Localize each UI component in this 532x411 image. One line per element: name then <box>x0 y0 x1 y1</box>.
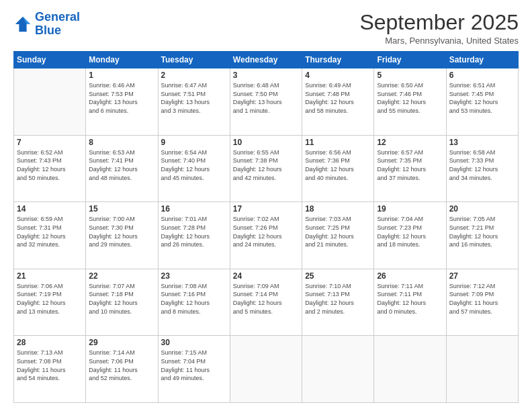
weekday-header: Friday <box>374 52 446 68</box>
day-info: Sunrise: 6:48 AMSunset: 7:50 PMDaylight:… <box>233 81 299 115</box>
calendar-cell: 15Sunrise: 7:00 AMSunset: 7:30 PMDayligh… <box>86 202 158 269</box>
calendar-cell: 27Sunrise: 7:12 AMSunset: 7:09 PMDayligh… <box>446 269 518 336</box>
calendar-cell: 13Sunrise: 6:58 AMSunset: 7:33 PMDayligh… <box>446 135 518 202</box>
calendar-cell: 2Sunrise: 6:47 AMSunset: 7:51 PMDaylight… <box>158 68 230 136</box>
weekday-header: Sunday <box>14 52 86 68</box>
calendar-cell: 1Sunrise: 6:46 AMSunset: 7:53 PMDaylight… <box>86 68 158 136</box>
day-number: 8 <box>89 138 154 147</box>
calendar-cell: 29Sunrise: 7:14 AMSunset: 7:06 PMDayligh… <box>86 336 158 403</box>
calendar-cell: 11Sunrise: 6:56 AMSunset: 7:36 PMDayligh… <box>302 135 374 202</box>
day-number: 5 <box>377 71 443 80</box>
calendar-cell: 30Sunrise: 7:15 AMSunset: 7:04 PMDayligh… <box>158 336 230 403</box>
month-title: September 2025 <box>359 11 519 34</box>
day-number: 3 <box>233 71 299 80</box>
day-info: Sunrise: 7:15 AMSunset: 7:04 PMDaylight:… <box>161 349 227 382</box>
calendar-cell: 19Sunrise: 7:04 AMSunset: 7:23 PMDayligh… <box>374 202 446 269</box>
calendar-cell: 5Sunrise: 6:50 AMSunset: 7:46 PMDaylight… <box>374 68 446 136</box>
day-info: Sunrise: 6:59 AMSunset: 7:31 PMDaylight:… <box>17 215 83 248</box>
calendar-cell: 14Sunrise: 6:59 AMSunset: 7:31 PMDayligh… <box>14 202 86 269</box>
day-info: Sunrise: 6:50 AMSunset: 7:46 PMDaylight:… <box>377 81 443 115</box>
calendar-cell: 12Sunrise: 6:57 AMSunset: 7:35 PMDayligh… <box>374 135 446 202</box>
day-number: 29 <box>89 338 154 347</box>
day-number: 10 <box>233 138 299 147</box>
logo-text: General Blue <box>35 11 80 38</box>
day-info: Sunrise: 6:46 AMSunset: 7:53 PMDaylight:… <box>89 81 154 115</box>
weekday-header-row: SundayMondayTuesdayWednesdayThursdayFrid… <box>14 52 519 68</box>
calendar-cell: 10Sunrise: 6:55 AMSunset: 7:38 PMDayligh… <box>230 135 302 202</box>
day-number: 12 <box>377 138 443 147</box>
calendar-cell: 24Sunrise: 7:09 AMSunset: 7:14 PMDayligh… <box>230 269 302 336</box>
day-info: Sunrise: 6:51 AMSunset: 7:45 PMDaylight:… <box>449 81 515 115</box>
calendar-cell: 9Sunrise: 6:54 AMSunset: 7:40 PMDaylight… <box>158 135 230 202</box>
day-info: Sunrise: 6:54 AMSunset: 7:40 PMDaylight:… <box>161 148 227 182</box>
day-info: Sunrise: 7:08 AMSunset: 7:16 PMDaylight:… <box>161 282 227 316</box>
day-number: 27 <box>449 271 515 281</box>
calendar-cell <box>230 336 302 403</box>
day-info: Sunrise: 7:03 AMSunset: 7:25 PMDaylight:… <box>305 215 371 248</box>
weekday-header: Monday <box>86 52 158 68</box>
day-number: 30 <box>161 338 227 347</box>
day-info: Sunrise: 7:10 AMSunset: 7:13 PMDaylight:… <box>305 282 371 316</box>
calendar-cell: 18Sunrise: 7:03 AMSunset: 7:25 PMDayligh… <box>302 202 374 269</box>
day-number: 1 <box>89 71 154 80</box>
weekday-header: Thursday <box>302 52 374 68</box>
day-number: 23 <box>161 271 227 281</box>
calendar-cell <box>302 336 374 403</box>
day-info: Sunrise: 6:47 AMSunset: 7:51 PMDaylight:… <box>161 81 227 115</box>
day-number: 21 <box>17 271 83 281</box>
day-number: 11 <box>305 138 371 147</box>
calendar-cell: 23Sunrise: 7:08 AMSunset: 7:16 PMDayligh… <box>158 269 230 336</box>
calendar-cell: 22Sunrise: 7:07 AMSunset: 7:18 PMDayligh… <box>86 269 158 336</box>
day-number: 13 <box>449 138 515 147</box>
day-info: Sunrise: 6:55 AMSunset: 7:38 PMDaylight:… <box>233 148 299 182</box>
calendar-cell: 8Sunrise: 6:53 AMSunset: 7:41 PMDaylight… <box>86 135 158 202</box>
logo-line1: General <box>35 10 80 24</box>
logo-line2: Blue <box>35 24 61 37</box>
day-info: Sunrise: 7:05 AMSunset: 7:21 PMDaylight:… <box>449 215 515 248</box>
calendar-table: SundayMondayTuesdayWednesdayThursdayFrid… <box>13 51 519 403</box>
day-info: Sunrise: 7:13 AMSunset: 7:08 PMDaylight:… <box>17 349 83 382</box>
day-number: 7 <box>17 138 83 147</box>
calendar-cell: 7Sunrise: 6:52 AMSunset: 7:43 PMDaylight… <box>14 135 86 202</box>
weekday-header: Saturday <box>446 52 518 68</box>
calendar-week-row: 28Sunrise: 7:13 AMSunset: 7:08 PMDayligh… <box>14 336 519 403</box>
calendar-week-row: 7Sunrise: 6:52 AMSunset: 7:43 PMDaylight… <box>14 135 519 202</box>
day-number: 26 <box>377 271 443 281</box>
day-number: 16 <box>161 204 227 214</box>
calendar-cell: 17Sunrise: 7:02 AMSunset: 7:26 PMDayligh… <box>230 202 302 269</box>
calendar-cell: 6Sunrise: 6:51 AMSunset: 7:45 PMDaylight… <box>446 68 518 136</box>
calendar-cell: 25Sunrise: 7:10 AMSunset: 7:13 PMDayligh… <box>302 269 374 336</box>
calendar-week-row: 21Sunrise: 7:06 AMSunset: 7:19 PMDayligh… <box>14 269 519 336</box>
day-number: 18 <box>305 204 371 214</box>
calendar-week-row: 14Sunrise: 6:59 AMSunset: 7:31 PMDayligh… <box>14 202 519 269</box>
day-number: 9 <box>161 138 227 147</box>
day-number: 14 <box>17 204 83 214</box>
weekday-header: Wednesday <box>230 52 302 68</box>
calendar-cell <box>14 68 86 136</box>
day-number: 15 <box>89 204 154 214</box>
calendar-cell: 28Sunrise: 7:13 AMSunset: 7:08 PMDayligh… <box>14 336 86 403</box>
day-number: 2 <box>161 71 227 80</box>
day-number: 20 <box>449 204 515 214</box>
day-info: Sunrise: 7:14 AMSunset: 7:06 PMDaylight:… <box>89 349 154 382</box>
title-block: September 2025 Mars, Pennsylvania, Unite… <box>359 11 519 46</box>
header: General Blue September 2025 Mars, Pennsy… <box>13 11 519 46</box>
day-info: Sunrise: 7:00 AMSunset: 7:30 PMDaylight:… <box>89 215 154 248</box>
day-info: Sunrise: 7:12 AMSunset: 7:09 PMDaylight:… <box>449 282 515 316</box>
day-number: 28 <box>17 338 83 347</box>
calendar-cell <box>374 336 446 403</box>
calendar-cell: 3Sunrise: 6:48 AMSunset: 7:50 PMDaylight… <box>230 68 302 136</box>
day-info: Sunrise: 7:09 AMSunset: 7:14 PMDaylight:… <box>233 282 299 316</box>
logo: General Blue <box>13 11 80 38</box>
day-info: Sunrise: 6:53 AMSunset: 7:41 PMDaylight:… <box>89 148 154 182</box>
calendar-week-row: 1Sunrise: 6:46 AMSunset: 7:53 PMDaylight… <box>14 68 519 136</box>
day-info: Sunrise: 7:04 AMSunset: 7:23 PMDaylight:… <box>377 215 443 248</box>
day-info: Sunrise: 6:52 AMSunset: 7:43 PMDaylight:… <box>17 148 83 182</box>
day-number: 19 <box>377 204 443 214</box>
calendar-cell: 16Sunrise: 7:01 AMSunset: 7:28 PMDayligh… <box>158 202 230 269</box>
day-info: Sunrise: 6:56 AMSunset: 7:36 PMDaylight:… <box>305 148 371 182</box>
day-number: 4 <box>305 71 371 80</box>
calendar-cell <box>446 336 518 403</box>
location: Mars, Pennsylvania, United States <box>359 36 519 46</box>
day-info: Sunrise: 7:02 AMSunset: 7:26 PMDaylight:… <box>233 215 299 248</box>
